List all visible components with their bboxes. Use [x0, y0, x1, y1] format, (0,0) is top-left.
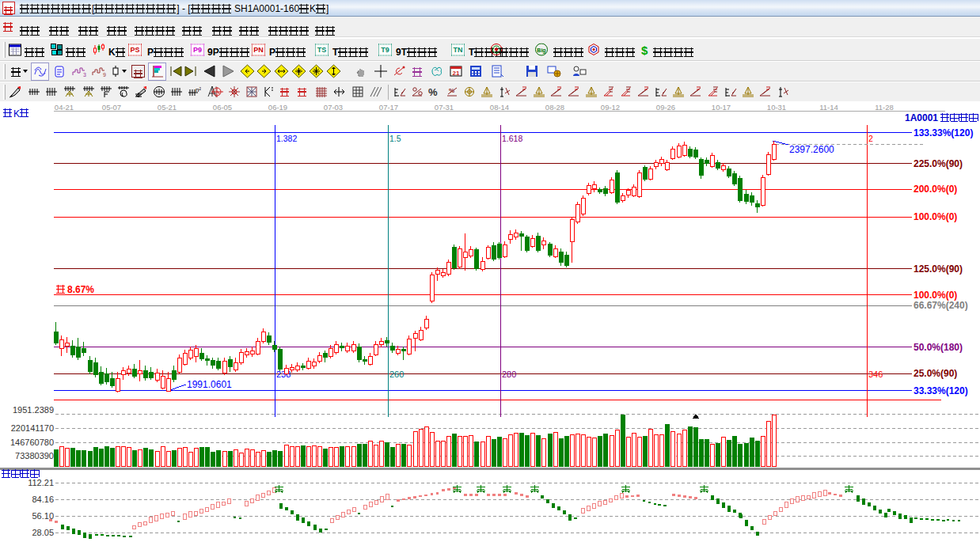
- svg-text:25.0%(90): 25.0%(90): [914, 368, 957, 379]
- svg-text:220141170: 220141170: [11, 423, 54, 433]
- svg-text:06-05: 06-05: [213, 103, 232, 112]
- svg-text:100.0%(0): 100.0%(0): [914, 290, 957, 301]
- svg-text:1A0001: 1A0001: [905, 112, 938, 123]
- svg-text:Big: Big: [537, 47, 545, 53]
- svg-text:04-21: 04-21: [55, 103, 74, 112]
- svg-text:n²: n²: [196, 86, 201, 93]
- svg-text:84.16: 84.16: [32, 495, 54, 504]
- svg-text:10-31: 10-31: [767, 103, 786, 112]
- svg-text:1.5: 1.5: [389, 134, 401, 143]
- svg-text:66.67%(240): 66.67%(240): [914, 300, 968, 311]
- svg-text:K: K: [13, 108, 20, 119]
- svg-text:133.33%(120): 133.33%(120): [914, 127, 973, 138]
- svg-text:200.0%(0): 200.0%(0): [914, 184, 957, 195]
- svg-text:3: 3: [83, 72, 86, 78]
- svg-text:9: 9: [103, 72, 106, 78]
- svg-text:260: 260: [389, 370, 404, 379]
- svg-text:346: 346: [868, 370, 883, 379]
- svg-text:10-17: 10-17: [712, 103, 731, 112]
- svg-text:146760780: 146760780: [10, 438, 54, 447]
- svg-text:11-14: 11-14: [819, 103, 838, 112]
- svg-text:50.0%(180): 50.0%(180): [914, 342, 963, 353]
- svg-text:09-12: 09-12: [601, 103, 620, 112]
- svg-text:08-28: 08-28: [545, 103, 564, 112]
- svg-text:09-26: 09-26: [656, 103, 675, 112]
- svg-text:28.05: 28.05: [32, 528, 54, 537]
- svg-text:07-31: 07-31: [435, 103, 454, 112]
- svg-text:280: 280: [502, 370, 516, 379]
- svg-text:125.0%(90): 125.0%(90): [914, 263, 963, 275]
- svg-text:238: 238: [276, 370, 291, 379]
- svg-text:05-07: 05-07: [102, 103, 121, 112]
- svg-text:73380390: 73380390: [15, 451, 54, 461]
- svg-text:%: %: [449, 87, 454, 94]
- svg-text:11-28: 11-28: [875, 103, 894, 112]
- svg-text:05-21: 05-21: [158, 103, 177, 112]
- svg-text:07-03: 07-03: [324, 103, 343, 112]
- svg-text:1.618: 1.618: [502, 134, 522, 143]
- svg-text:08-14: 08-14: [490, 103, 509, 112]
- svg-text:06-19: 06-19: [268, 103, 287, 112]
- svg-text:33.33%(120): 33.33%(120): [914, 385, 968, 396]
- svg-text:100.0%(0): 100.0%(0): [914, 211, 957, 222]
- svg-text:2397.2600: 2397.2600: [789, 144, 834, 155]
- svg-text:1951.2389: 1951.2389: [13, 405, 54, 415]
- svg-text:1991.0601: 1991.0601: [187, 379, 232, 390]
- svg-text:112.21: 112.21: [28, 478, 54, 487]
- svg-text:07-17: 07-17: [379, 103, 398, 112]
- svg-text:21: 21: [453, 70, 460, 77]
- svg-text:8.67%: 8.67%: [67, 284, 94, 295]
- svg-text:1.382: 1.382: [276, 134, 297, 143]
- svg-text:225.0%(90): 225.0%(90): [914, 158, 963, 169]
- svg-text:2: 2: [868, 134, 873, 143]
